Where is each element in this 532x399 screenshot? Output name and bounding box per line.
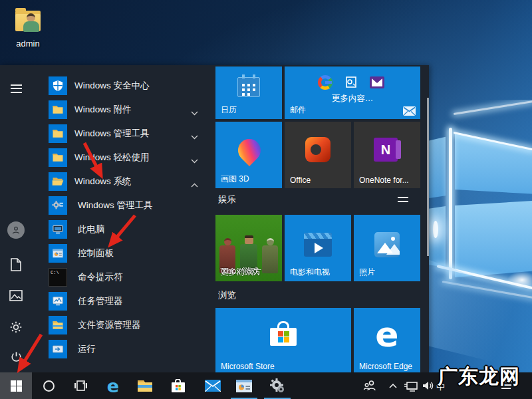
tile-label: 照片 <box>359 267 375 278</box>
taskbar: e 中 网络 2 Internet 访问 2020/9/21 2 <box>0 372 532 399</box>
desktop-screen: admin Windows 安全中心 Windows <box>0 0 532 399</box>
cortana-icon <box>43 380 55 392</box>
app-item-windows-ease-of-access[interactable]: Windows 轻松使用 <box>43 146 213 169</box>
mail-more-text: 更多内容… <box>285 93 420 104</box>
start-menu-scrollbar[interactable] <box>427 98 429 256</box>
start-menu-panel: Windows 安全中心 Windows 附件 Windows 管理工具 Win… <box>0 65 429 372</box>
taskbar-edge-button[interactable]: e <box>101 372 125 399</box>
tray-chevron-button[interactable] <box>386 372 400 399</box>
tile-paint3d[interactable]: 画图 3D <box>215 122 282 188</box>
ime-indicator[interactable]: 中 <box>436 381 445 393</box>
control-panel-icon <box>236 380 252 392</box>
run-icon <box>49 340 67 358</box>
wallpaper-window-logo <box>429 100 532 372</box>
this-pc-icon <box>49 220 67 239</box>
task-manager-icon <box>49 292 67 311</box>
tile-label: 电影和电视 <box>290 267 330 278</box>
mail-account-icons <box>318 75 384 90</box>
admin-tools-icon <box>49 196 67 215</box>
app-item-label: Windows 附件 <box>74 104 132 116</box>
settings-button[interactable] <box>0 314 32 340</box>
app-item-label: Windows 系统 <box>74 176 132 188</box>
people-button[interactable] <box>359 372 380 399</box>
action-center-button[interactable] <box>497 372 517 399</box>
file-explorer-icon <box>137 379 153 392</box>
tile-mail[interactable]: 更多内容… 邮件 <box>285 66 420 119</box>
cmd-prompt-text: C:\ <box>51 270 59 275</box>
app-item-windows-accessories[interactable]: Windows 附件 <box>43 98 213 121</box>
network-icon <box>404 380 418 392</box>
task-view-button[interactable] <box>69 372 92 399</box>
google-logo-icon <box>318 75 332 90</box>
power-button[interactable] <box>0 343 32 370</box>
windows-logo-icon <box>11 380 22 392</box>
start-button[interactable] <box>0 372 32 399</box>
store-bag-icon <box>269 321 298 346</box>
tile-label: 画图 3D <box>221 174 249 185</box>
taskbar-mail-button[interactable] <box>201 372 225 399</box>
app-item-label: 命令提示符 <box>78 271 123 283</box>
tile-label: 邮件 <box>290 104 306 116</box>
pictures-button[interactable] <box>0 282 32 309</box>
tile-microsoft-store[interactable]: Microsoft Store <box>215 308 351 372</box>
app-item-label: Windows 管理工具 <box>78 200 153 211</box>
user-avatar-icon <box>7 221 25 239</box>
tile-onenote[interactable]: N OneNote for... <box>354 122 420 188</box>
taskbar-control-panel-button[interactable] <box>231 372 257 399</box>
tile-label: Microsoft Edge <box>359 362 412 371</box>
tile-microsoft-edge[interactable]: e Microsoft Edge <box>354 308 420 372</box>
control-panel-icon <box>49 244 67 263</box>
gear-icon <box>9 321 23 334</box>
documents-button[interactable] <box>0 251 32 278</box>
taskbar-store-button[interactable] <box>166 372 190 399</box>
app-item-label: 控制面板 <box>78 247 114 259</box>
app-item-task-manager[interactable]: 任务管理器 <box>43 290 213 313</box>
desktop-icon-admin-folder[interactable]: admin <box>9 8 47 52</box>
user-account-button[interactable] <box>0 217 32 243</box>
taskbar-settings-button[interactable] <box>264 372 291 399</box>
outlook-icon <box>343 76 359 89</box>
settings-gear-icon <box>269 378 285 394</box>
app-item-windows-system[interactable]: Windows 系统 <box>43 170 213 193</box>
taskbar-file-explorer-button[interactable] <box>133 372 157 399</box>
tile-photos[interactable]: 照片 <box>354 215 420 281</box>
app-item-command-prompt[interactable]: C:\ 命令提示符 <box>43 266 213 289</box>
tile-label: Microsoft Store <box>221 362 275 371</box>
app-item-label: 任务管理器 <box>78 295 123 307</box>
app-item-label: 文件资源管理器 <box>78 319 141 331</box>
app-item-label: 运行 <box>78 343 96 355</box>
document-icon <box>10 258 22 271</box>
calendar-icon <box>237 77 260 97</box>
expand-menu-button[interactable] <box>0 75 32 102</box>
tile-label: 日历 <box>221 104 237 116</box>
chevron-up-icon <box>191 178 198 190</box>
app-item-file-explorer[interactable]: 文件资源管理器 <box>43 314 213 336</box>
folder-icon <box>49 148 67 167</box>
network-tray-button[interactable] <box>402 372 420 399</box>
tile-calendar[interactable]: 日历 <box>215 66 282 119</box>
cortana-button[interactable] <box>37 372 60 399</box>
app-item-windows-security[interactable]: Windows 安全中心 <box>43 74 213 97</box>
section-header-browse[interactable]: 浏览 <box>218 289 236 301</box>
command-prompt-icon: C:\ <box>49 268 67 287</box>
app-item-label: Windows 安全中心 <box>74 80 150 92</box>
pictures-icon <box>9 290 23 301</box>
paint3d-droplet-icon <box>233 134 265 166</box>
app-item-windows-admin-tools-group[interactable]: Windows 管理工具 <box>43 122 213 145</box>
purple-mail-icon <box>370 76 384 88</box>
folder-open-icon <box>49 172 67 191</box>
section-handle-icon[interactable] <box>398 197 408 202</box>
app-item-control-panel[interactable]: 控制面板 <box>43 242 213 265</box>
mail-icon <box>205 380 221 392</box>
photos-icon <box>374 232 400 257</box>
app-item-run[interactable]: 运行 <box>43 338 213 360</box>
tile-xbox[interactable]: 更多游戏方 Xbox 游戏 <box>215 215 282 281</box>
volume-tray-button[interactable] <box>420 372 436 399</box>
app-item-this-pc[interactable]: 此电脑 <box>43 218 213 241</box>
chevron-up-icon <box>389 383 397 388</box>
tile-office[interactable]: Office <box>285 122 351 188</box>
tile-movies-tv[interactable]: 电影和电视 <box>285 215 351 281</box>
app-item-windows-admin-tools[interactable]: Windows 管理工具 <box>43 194 213 217</box>
section-header-entertainment[interactable]: 娱乐 <box>218 194 236 205</box>
chevron-down-icon <box>191 130 198 142</box>
